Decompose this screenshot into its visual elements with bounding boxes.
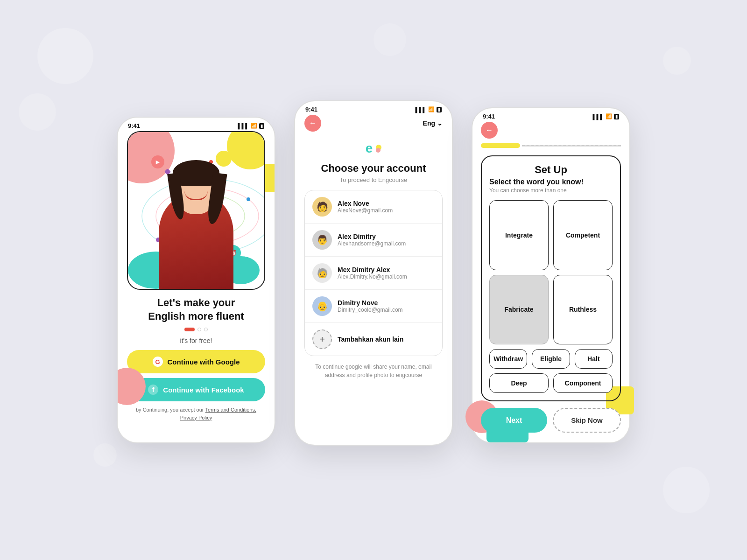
battery-icon-2: ▮ — [437, 107, 442, 112]
word-btn-competent[interactable]: Competent — [553, 200, 613, 270]
battery-icon: ▮ — [259, 123, 264, 129]
account-item-3[interactable]: 🧓 Mex Dimitry Alex Alex.Dimitry.No@gmail… — [305, 257, 442, 290]
signal-icon: ▌▌▌ — [238, 123, 249, 129]
word-grid-row2: Withdraw Eligble Halt — [489, 349, 613, 369]
dot-3 — [204, 328, 208, 331]
logo-dots: e — [366, 142, 382, 155]
avatar-2: 👨 — [312, 230, 332, 250]
status-icons-3: ▌▌▌ 📶 ▮ — [593, 113, 619, 119]
account-email-4: Dimitry_coole@gmail.com — [338, 307, 435, 313]
phone2-header: ← Eng ⌄ — [304, 115, 443, 132]
avatar-add: + — [312, 329, 332, 349]
hero-title: Let's make your English more fluent — [148, 296, 244, 323]
language-selector[interactable]: Eng ⌄ — [423, 119, 443, 127]
word-btn-eligble[interactable]: Eligble — [532, 349, 570, 369]
avatar-4: 👴 — [312, 296, 332, 316]
avatar-1: 🧑 — [312, 197, 332, 217]
phone-3: 9:41 ▌▌▌ 📶 ▮ ← Set Up — [472, 107, 630, 443]
phone2-content: ← Eng ⌄ e Choose your account To proceed… — [295, 115, 452, 442]
avatar-3: 🧓 — [312, 263, 332, 283]
progress-empty — [522, 145, 621, 147]
word-btn-integrate[interactable]: Integrate — [489, 200, 549, 270]
google-button[interactable]: G Continue with Google — [127, 350, 265, 373]
back-button-2[interactable]: ← — [304, 115, 321, 132]
logo-dot-pink — [376, 148, 381, 153]
google-button-label: Continue with Google — [168, 358, 240, 366]
facebook-button-label: Continue with Facebook — [163, 386, 244, 394]
wifi-icon-2: 📶 — [428, 106, 435, 112]
setup-title: Set Up — [489, 164, 613, 176]
account-email-1: AlexNove@gmail.com — [338, 207, 435, 214]
select-word-sub: You can choose more than one — [489, 187, 613, 194]
account-item-4[interactable]: 👴 Dimitry Nove Dimitry_coole@gmail.com — [305, 290, 442, 323]
phone2-footer: To continue google will share your name,… — [304, 363, 443, 379]
person-image — [149, 154, 243, 289]
dot-2 — [197, 328, 201, 331]
hero-text: Let's make your English more fluent — [148, 296, 244, 323]
account-info-1: Alex Nove AlexNove@gmail.com — [338, 200, 435, 214]
skip-button[interactable]: Skip Now — [553, 408, 621, 433]
free-text: it's for free! — [180, 337, 212, 344]
setup-inner-box: Set Up Select the word you know! You can… — [481, 155, 621, 401]
status-icons-2: ▌▌▌ 📶 ▮ — [416, 106, 442, 112]
status-bar-2: 9:41 ▌▌▌ 📶 ▮ — [295, 101, 452, 115]
facebook-icon: f — [148, 385, 158, 395]
account-name-add: Tambahkan akun lain — [338, 336, 435, 343]
account-email-3: Alex.Dimitry.No@gmail.com — [338, 273, 435, 280]
signal-icon-3: ▌▌▌ — [593, 114, 604, 119]
google-icon: G — [153, 357, 163, 367]
account-item-2[interactable]: 👨 Alex Dimitry Alexhandsome@gmail.com — [305, 224, 442, 257]
facebook-button[interactable]: f Continue with Facebook — [127, 378, 265, 401]
phone3-header: ← — [481, 122, 621, 139]
account-name-2: Alex Dimitry — [338, 233, 435, 240]
wifi-icon: 📶 — [251, 123, 257, 129]
float-dot-blue — [247, 197, 250, 201]
logo-c: e — [366, 142, 373, 155]
status-bar-3: 9:41 ▌▌▌ 📶 ▮ — [472, 108, 629, 122]
back-button-3[interactable]: ← — [481, 122, 498, 139]
phone3-content: ← Set Up Select the word you know! You c… — [472, 122, 629, 440]
phones-container: 9:41 ▌▌▌ 📶 ▮ ► — [117, 114, 630, 446]
word-btn-deep[interactable]: Deep — [489, 373, 549, 393]
account-info-add: Tambahkan akun lain — [338, 336, 435, 343]
word-btn-fabricate[interactable]: Fabricate — [489, 275, 549, 345]
next-button[interactable]: Next — [481, 408, 547, 433]
account-email-2: Alexhandsome@gmail.com — [338, 240, 435, 247]
dots-indicator — [184, 328, 208, 331]
battery-icon-3: ▮ — [614, 114, 619, 119]
phone-1: 9:41 ▌▌▌ 📶 ▮ ► — [117, 117, 275, 443]
word-btn-halt[interactable]: Halt — [575, 349, 613, 369]
terms-text: by Continuing, you accept our Terms and … — [127, 406, 265, 421]
account-info-4: Dimitry Nove Dimitry_coole@gmail.com — [338, 299, 435, 313]
phone-2: 9:41 ▌▌▌ 📶 ▮ ← Eng ⌄ e — [294, 100, 453, 446]
account-name-1: Alex Nove — [338, 200, 435, 207]
time-3: 9:41 — [483, 113, 495, 120]
account-info-3: Mex Dimitry Alex Alex.Dimitry.No@gmail.c… — [338, 266, 435, 280]
account-item-add[interactable]: + Tambahkan akun lain — [305, 323, 442, 356]
hero-card: ► ⏰ — [127, 131, 265, 290]
word-btn-ruthless[interactable]: Ruthless — [553, 275, 613, 345]
select-word-title: Select the word you know! — [489, 178, 613, 186]
chevron-down-icon: ⌄ — [437, 119, 443, 127]
accounts-list: 🧑 Alex Nove AlexNove@gmail.com 👨 Alex Di… — [304, 190, 443, 356]
account-name-3: Mex Dimitry Alex — [338, 266, 435, 273]
wifi-icon-3: 📶 — [606, 113, 612, 119]
account-name-4: Dimitry Nove — [338, 299, 435, 307]
progress-filled — [481, 143, 520, 148]
lang-label: Eng — [423, 119, 435, 127]
signal-icon-2: ▌▌▌ — [416, 107, 426, 112]
word-grid-row1: Integrate Competent Fabricate Ruthless — [489, 200, 613, 344]
status-icons-1: ▌▌▌ 📶 ▮ — [238, 123, 264, 129]
word-btn-component[interactable]: Component — [553, 373, 613, 393]
choose-title: Choose your account — [321, 162, 426, 175]
dot-1 — [184, 328, 195, 331]
progress-container — [481, 143, 621, 148]
account-info-2: Alex Dimitry Alexhandsome@gmail.com — [338, 233, 435, 247]
choose-sub: To proceed to Engcourse — [340, 176, 408, 183]
word-btn-withdraw[interactable]: Withdraw — [489, 349, 527, 369]
account-item-1[interactable]: 🧑 Alex Nove AlexNove@gmail.com — [305, 190, 442, 224]
status-bar-1: 9:41 ▌▌▌ 📶 ▮ — [118, 118, 275, 131]
word-grid-row3: Deep Component — [489, 373, 613, 393]
time-2: 9:41 — [305, 106, 317, 113]
bottom-buttons: Next Skip Now — [481, 408, 621, 433]
